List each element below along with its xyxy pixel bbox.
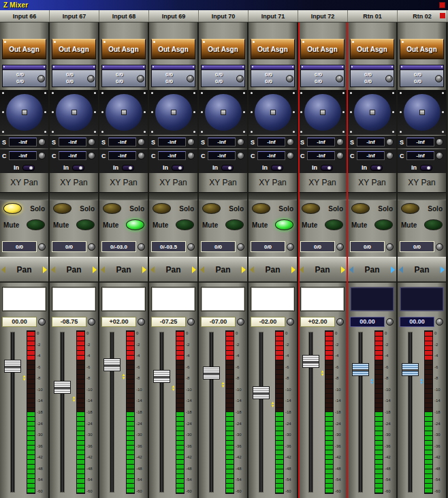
xy-pan-ball[interactable] [6,94,43,131]
knob-icon[interactable] [237,318,244,326]
solo-label[interactable]: Solo [428,205,443,213]
output-routing-display[interactable]: 0/0 0/0 [52,65,96,87]
pan-right-arrow-icon[interactable] [43,266,47,273]
mute-label[interactable]: Mute [252,221,268,229]
mute-light[interactable] [275,219,293,230]
knob-icon[interactable] [336,318,344,326]
knob-icon[interactable] [138,152,145,159]
knob-icon[interactable] [236,75,244,82]
solo-label[interactable]: Solo [179,205,194,213]
send-value[interactable]: -inf [108,138,136,146]
send-value[interactable]: -inf [208,138,236,146]
knob-icon[interactable] [138,138,145,146]
pan-left-arrow-icon[interactable] [1,266,5,273]
in-toggle[interactable] [420,165,432,171]
fader-value[interactable]: -07.25 [151,317,186,327]
xy-pan-handle[interactable] [221,110,226,115]
channel-name-header[interactable]: Input 71 [249,10,298,22]
xy-pan-ball[interactable] [255,94,291,131]
pan-left-arrow-icon[interactable] [399,266,403,273]
knob-icon[interactable] [88,138,95,146]
xy-pan-handle[interactable] [320,110,325,115]
knob-icon[interactable] [287,152,294,159]
knob-icon[interactable] [237,138,244,146]
output-routing-display[interactable]: 0/0 0/0 [201,65,245,87]
pan-left-arrow-icon[interactable] [101,266,105,273]
knob-icon[interactable] [237,152,244,159]
mute-label[interactable]: Mute [53,221,69,229]
mute-light[interactable] [76,219,95,230]
fader[interactable] [349,330,374,494]
solo-label[interactable]: Solo [129,205,144,213]
fader-value[interactable]: -07.00 [201,317,236,327]
fader-nudge-arrows-icon[interactable] [221,382,225,388]
solo-label[interactable]: Solo [80,205,95,213]
fader-cap[interactable] [54,381,71,394]
fader-nudge-arrows-icon[interactable] [71,396,76,403]
pan-value[interactable]: 0/0 [400,241,434,252]
xy-pan-ball[interactable] [354,94,391,131]
solo-label[interactable]: Solo [278,205,293,213]
channel-name-header[interactable]: Input 70 [199,10,249,22]
xy-pan-handle[interactable] [71,110,77,115]
knob-icon[interactable] [87,75,95,82]
xy-pan-ball[interactable] [155,94,192,131]
knob-icon[interactable] [187,138,195,146]
xy-pan-ball[interactable] [404,94,441,131]
pan-right-arrow-icon[interactable] [341,266,345,273]
knob-icon[interactable] [336,152,344,159]
channel-name-header[interactable]: Input 72 [298,10,348,22]
close-button[interactable] [439,2,445,8]
knob-icon[interactable] [137,75,144,82]
send-value[interactable]: -inf [406,138,434,146]
mute-label[interactable]: Mute [401,221,417,229]
in-toggle[interactable] [321,165,333,171]
xy-pan-pad[interactable] [50,90,98,135]
mute-label[interactable]: Mute [153,221,168,229]
ctl-value[interactable]: -inf [158,151,186,160]
pan-control[interactable]: Pan [149,257,197,283]
mute-light[interactable] [27,219,45,230]
xy-pan-pad[interactable] [249,90,297,135]
mute-light[interactable] [374,219,393,230]
fader-nudge-arrows-icon[interactable] [22,375,27,382]
fader-track[interactable] [408,332,413,493]
label-scribble-box[interactable] [2,287,46,311]
send-value[interactable]: -inf [307,138,335,146]
solo-light[interactable] [53,203,71,214]
knob-icon[interactable] [88,152,95,159]
fader-track[interactable] [209,332,214,493]
pan-value[interactable]: 0/-03.5 [151,241,186,252]
fader[interactable] [101,330,125,494]
knob-icon[interactable] [38,318,46,326]
fader-nudge-arrows-icon[interactable] [121,373,126,380]
knob-icon[interactable] [187,75,194,82]
fader[interactable] [200,330,225,494]
mute-label[interactable]: Mute [351,221,367,229]
pan-left-arrow-icon[interactable] [300,266,304,273]
out-assign-button[interactable]: Out Asgn [300,39,345,59]
fader-value[interactable]: 00.00 [350,317,385,327]
solo-light[interactable] [202,203,221,214]
solo-light[interactable] [153,203,171,214]
knob-icon[interactable] [386,318,394,326]
knob-icon[interactable] [386,243,394,251]
knob-icon[interactable] [336,75,343,82]
knob-icon[interactable] [37,75,45,82]
knob-icon[interactable] [336,243,344,251]
pan-value[interactable]: 0/0 [251,241,285,252]
xy-pan-ball[interactable] [205,94,242,131]
label-scribble-box[interactable] [251,287,295,311]
knob-icon[interactable] [88,318,95,326]
pan-left-arrow-icon[interactable] [150,266,155,273]
channel-name-header[interactable]: Rtn 01 [348,10,398,22]
xy-pan-pad[interactable] [149,90,197,135]
send-value[interactable]: -inf [158,138,186,146]
pan-value[interactable]: 0/-03.0 [101,241,136,252]
in-toggle[interactable] [72,165,84,171]
mute-label[interactable]: Mute [3,221,19,229]
solo-label[interactable]: Solo [229,205,244,213]
output-routing-display[interactable]: 0/0 0/0 [300,65,345,87]
pan-value[interactable]: 0/0 [300,241,335,252]
in-toggle[interactable] [122,165,134,171]
